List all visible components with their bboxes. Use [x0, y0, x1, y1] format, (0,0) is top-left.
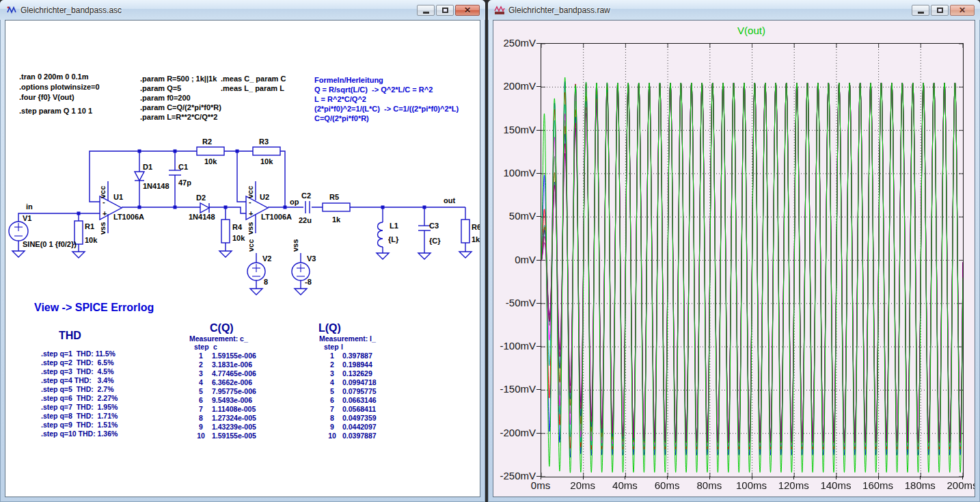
waveform-titlebar[interactable]: Gleichrichter_bandpass.raw ✕ — [488, 0, 980, 20]
x-axis-label: 180ms — [898, 479, 942, 491]
net-label-out: out — [444, 196, 455, 204]
l1-value: {L} — [388, 235, 399, 243]
c-row-step: 8 — [199, 414, 203, 422]
meas-block: .meas C_ param C .meas L_ param L — [221, 75, 286, 92]
l-table: Measurement: l_ step l 10.397887 20.1989… — [319, 334, 377, 440]
y-axis-tick — [536, 86, 541, 87]
l-row-step: 9 — [330, 423, 334, 431]
capacitor-c1[interactable] — [169, 170, 181, 175]
diode-d1[interactable] — [135, 172, 144, 181]
x-axis-tick — [709, 476, 710, 479]
c-table: Measurement: c_ step c 11.59155e-006 23.… — [189, 334, 256, 440]
resistor-r3 — [253, 147, 280, 155]
x-axis-tick — [962, 476, 963, 479]
schematic-drawing[interactable]: .tran 0 200m 0 0.1m .options plotwinsize… — [5, 21, 480, 497]
x-axis-label: 60ms — [645, 479, 689, 491]
ltspice-schematic-icon — [6, 5, 17, 16]
resistor-r2 — [197, 147, 224, 155]
minimize-button[interactable] — [417, 5, 435, 16]
d1-value: 1N4148 — [143, 182, 169, 190]
c-row-value: 1.11408e-005 — [212, 405, 256, 413]
schematic-canvas[interactable]: .tran 0 200m 0 0.1m .options plotwinsize… — [5, 20, 480, 497]
l-table-measurement: Measurement: l_ — [319, 334, 376, 343]
x-axis-tick — [878, 476, 879, 479]
close-button[interactable]: ✕ — [455, 5, 480, 16]
c-row-step: 5 — [199, 387, 203, 395]
resistor-r4 — [221, 220, 230, 243]
c-row-step: 1 — [199, 352, 203, 360]
v2-vcc-label: vcc — [247, 239, 255, 252]
y-axis-label: 0mV — [493, 254, 536, 266]
thd-line: .step q=8 THD: 1.71% — [41, 412, 118, 420]
formula-line: C=Q/(2*pi*f0*R) — [314, 114, 369, 122]
u2-plus-pin: + — [249, 209, 253, 217]
y-axis-label: 250mV — [493, 37, 536, 49]
wires — [18, 151, 465, 289]
thd-line: .step q=9 THD: 1.51% — [41, 421, 118, 429]
x-axis-label: 160ms — [856, 479, 900, 491]
plot-frame[interactable] — [541, 43, 964, 477]
c-row-value: 3.1831e-006 — [212, 360, 252, 369]
x-axis-label: 80ms — [688, 479, 731, 491]
x-axis-label: 120ms — [772, 479, 815, 491]
minimize-icon — [423, 12, 429, 14]
y-axis-label: -100mV — [493, 340, 536, 352]
source-v2[interactable] — [247, 263, 265, 280]
meas-line: .meas L_ param L — [221, 84, 284, 92]
r6-name: R6 — [472, 223, 480, 231]
d1-name: D1 — [143, 163, 152, 171]
directives-block: .tran 0 200m 0 0.1m .options plotwinsize… — [19, 72, 100, 115]
l-table-title: L(Q) — [318, 322, 341, 334]
capacitor-c2[interactable] — [305, 201, 310, 213]
c-table-measurement: Measurement: c_ — [189, 334, 248, 343]
c-row-value: 1.43239e-005 — [212, 423, 256, 431]
resistor-r6 — [461, 220, 469, 243]
diode-d2[interactable] — [200, 203, 209, 213]
c-row-value: 4.77465e-006 — [212, 369, 256, 378]
c-row-step: 9 — [199, 423, 203, 431]
y-axis-tick — [536, 43, 541, 44]
y-axis-label: 150mV — [493, 124, 536, 136]
l-row-value: 0.0994718 — [342, 378, 377, 386]
inductor-l1[interactable] — [378, 222, 383, 247]
l1-name: L1 — [390, 222, 398, 230]
params-block: .param R=500 ; 1k||1k .param Q=5 .param … — [140, 75, 221, 121]
formula-line: (2*pi*f0)^2=1/(L*C) -> C=1/((2*pi*f0)^2*… — [314, 105, 459, 113]
source-v1[interactable] — [9, 222, 28, 241]
desktop: { "colors":{"wire":"#1412c8","comment":"… — [0, 0, 980, 502]
x-axis-tick — [793, 476, 794, 479]
r3-name: R3 — [259, 137, 269, 146]
d2-name: D2 — [196, 194, 206, 202]
thd-line: .step q=10 THD: 1.36% — [41, 430, 118, 438]
y-axis-label: 50mV — [493, 210, 536, 222]
plot-client[interactable]: V(out) 250mV200mV150mV100mV50mV0mV-50mV-… — [493, 20, 975, 497]
v3-name: V3 — [307, 254, 316, 263]
minimize-button[interactable] — [912, 5, 929, 16]
l-row-step: 6 — [330, 396, 334, 404]
c1-name: C1 — [178, 163, 188, 171]
l-row-value: 0.0442097 — [342, 423, 377, 431]
thd-line: .step q=4 THD: 3.4% — [41, 376, 114, 384]
l-row-step: 1 — [330, 352, 334, 360]
maximize-button[interactable] — [436, 5, 454, 16]
schematic-window: Gleichrichter_bandpass.asc ✕ .tran 0 200… — [0, 0, 485, 502]
y-axis-tick — [536, 303, 541, 304]
waveform-traces[interactable] — [541, 44, 963, 477]
l-table-col-l: l — [341, 343, 343, 351]
close-button[interactable]: ✕ — [950, 5, 975, 16]
param-line: .param Q=5 — [140, 84, 181, 92]
net-label-in: in — [26, 202, 33, 211]
y-axis-label: 200mV — [493, 80, 536, 92]
formula-line: Formeln/Herleitung — [314, 76, 383, 84]
y-axis-label: -50mV — [493, 297, 536, 309]
errorlog-note: View -> SPICE Errorlog — [34, 302, 154, 313]
x-axis-tick — [752, 476, 752, 479]
u1-plus-pin: + — [103, 209, 107, 217]
y-axis-label: -200mV — [493, 427, 536, 439]
thd-line: .step q=6 THD: 2.27% — [41, 394, 118, 402]
maximize-button[interactable] — [931, 5, 949, 16]
schematic-titlebar[interactable]: Gleichrichter_bandpass.asc ✕ — [0, 0, 485, 20]
close-icon: ✕ — [959, 6, 966, 14]
l-row-step: 8 — [330, 414, 334, 422]
trace-legend[interactable]: V(out) — [541, 25, 962, 36]
